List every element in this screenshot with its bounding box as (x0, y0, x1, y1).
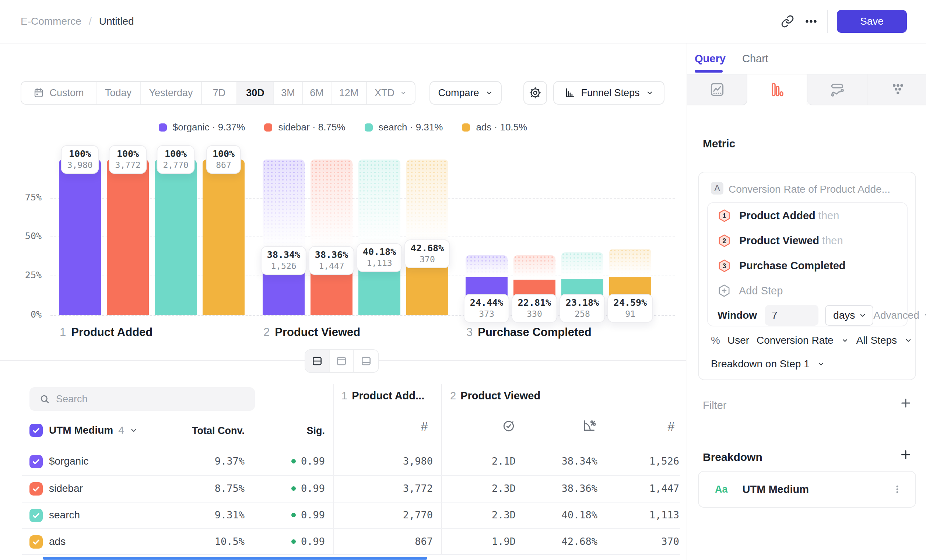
sig-dot-icon (291, 539, 296, 544)
bar-value-label: 38.34% 1,526 (261, 246, 306, 275)
bar-count-label: 867 (213, 160, 235, 170)
tab-chart[interactable]: Chart (742, 53, 769, 65)
row-checkbox[interactable] (29, 535, 43, 549)
table-row[interactable]: sidebar8.75% 0.993,7722.3D38.36%1,447 (22, 475, 680, 502)
bar-count-label: 370 (411, 254, 444, 264)
funnel-bar[interactable] (59, 159, 101, 315)
funnel-bar[interactable] (203, 159, 245, 315)
sig-value: 0.99 (262, 509, 325, 521)
measure-scope-select[interactable]: All Steps (856, 334, 897, 346)
bar-count-label: 1,447 (315, 261, 348, 271)
bar-value-label: 100% 3,772 (109, 145, 147, 174)
count-column-icon[interactable]: # (660, 419, 682, 434)
svg-text:3: 3 (723, 262, 726, 270)
conversion-rate-column-icon[interactable] (583, 419, 596, 433)
table-row[interactable]: $organic9.37% 0.993,9802.1D38.34%1,526 (22, 449, 680, 475)
bar-count-label: 1,526 (267, 261, 300, 271)
row-checkbox[interactable] (29, 455, 43, 468)
share-link-button[interactable] (776, 9, 799, 33)
layout-split-icon (311, 355, 323, 367)
bar-pct-label: 100% (163, 148, 188, 159)
y-axis-tick: 75% (8, 192, 42, 203)
row-label: sidebar (49, 483, 83, 495)
row-checkbox[interactable] (29, 482, 43, 495)
funnel-bar-ghost (561, 252, 603, 279)
measure-entity[interactable]: User (728, 334, 749, 346)
funnel-bar-ghost (466, 255, 508, 277)
row-label: $organic (49, 456, 88, 467)
svg-text:2: 2 (723, 237, 726, 245)
layout-table-only-button[interactable] (354, 350, 378, 372)
bar-count-label: 373 (470, 309, 503, 319)
horizontal-scrollbar[interactable] (43, 557, 427, 560)
active-tab-underline (694, 70, 723, 73)
total-conv-column-header[interactable]: Total Conv. (171, 425, 245, 437)
add-breakdown-button[interactable] (899, 448, 912, 462)
funnel-bar[interactable] (155, 159, 197, 315)
sig-value: 0.99 (262, 483, 325, 494)
bar-value-label: 42.68% 370 (404, 239, 450, 268)
metric-step-suffix: then (819, 210, 839, 221)
chart-type-line-button[interactable] (687, 74, 747, 105)
add-filter-button[interactable] (899, 397, 912, 411)
metric-title[interactable]: Conversion Rate of Product Adde... (729, 183, 890, 195)
bar-value-label: 40.18% 1,113 (357, 243, 402, 272)
row-checkbox[interactable] (29, 509, 43, 522)
metric-step-2[interactable]: 2Product Viewed then (717, 234, 843, 248)
advanced-label: Advanced (873, 309, 919, 321)
bar-count-label: 1,113 (363, 258, 396, 268)
more-options-button[interactable] (799, 9, 823, 33)
bar-value-label: 22.81% 330 (511, 294, 557, 323)
measure-row: % User Conversion Rate All Steps (711, 334, 912, 346)
chart-type-flow-button[interactable] (807, 74, 867, 105)
metric-step-3[interactable]: 3Purchase Completed (717, 259, 845, 272)
funnel-bar-ghost (609, 249, 651, 277)
chart-type-grid-button[interactable] (867, 74, 926, 105)
bar-value-label: 100% 867 (206, 145, 241, 174)
percent-icon: % (711, 334, 720, 346)
kebab-menu-icon[interactable] (892, 484, 903, 495)
step-name: Product Viewed (275, 326, 360, 339)
bar-count-label: 330 (518, 309, 551, 319)
breakdown-group-header[interactable]: UTM Medium 4 (49, 424, 138, 436)
measure-metric-select[interactable]: Conversion Rate (757, 334, 834, 346)
table-step1-header: 1 Product Add... (342, 390, 424, 402)
add-step-button[interactable]: Add Step (717, 284, 783, 297)
sig-column-header[interactable]: Sig. (281, 425, 325, 437)
metric-step-name: Product Added (739, 210, 816, 221)
add-step-label: Add Step (739, 285, 783, 297)
sig-dot-icon (291, 486, 296, 491)
step1-count-value: 3,980 (363, 456, 433, 467)
step-number: 1 (60, 326, 66, 339)
sig-dot-icon (291, 459, 296, 463)
funnel-bar-ghost (513, 255, 555, 280)
tab-query[interactable]: Query (694, 53, 726, 65)
save-button[interactable]: Save (837, 10, 907, 33)
funnel-bar-ghost (406, 159, 448, 249)
chart-type-funnel-button[interactable] (747, 74, 807, 105)
breakdown-on-step-select[interactable]: Breakdown on Step 1 (711, 358, 825, 370)
table-row[interactable]: search9.31% 0.992,7702.3D40.18%1,113 (22, 502, 680, 528)
bar-value-label: 23.18% 258 (560, 294, 605, 323)
step1-count-value: 2,770 (363, 509, 433, 521)
funnel-bar[interactable] (107, 159, 149, 315)
bar-count-label: 258 (566, 309, 599, 319)
time-to-convert-icon[interactable] (502, 419, 516, 433)
layout-chart-only-button[interactable] (330, 350, 354, 372)
y-axis-tick: 0% (8, 309, 42, 320)
dots-grid-icon (889, 82, 905, 98)
window-value-input[interactable] (765, 305, 819, 326)
select-all-checkbox[interactable] (29, 424, 43, 437)
table-row[interactable]: ads10.5% 0.998671.9D42.68%370 (22, 528, 680, 555)
table-step2-header: 2 Product Viewed (450, 390, 540, 402)
search-box (29, 387, 255, 411)
search-input[interactable] (56, 387, 248, 411)
window-unit-select[interactable]: days (825, 305, 873, 326)
layout-split-button[interactable] (306, 350, 330, 372)
bar-pct-label: 24.59% (614, 297, 647, 308)
step2-time-value: 2.1D (457, 456, 516, 467)
count-column-icon[interactable]: # (413, 419, 435, 434)
breakdown-item[interactable]: Aa UTM Medium (698, 471, 916, 508)
advanced-toggle[interactable]: Advanced (873, 309, 926, 321)
metric-step-1[interactable]: 1Product Added then (717, 209, 839, 222)
